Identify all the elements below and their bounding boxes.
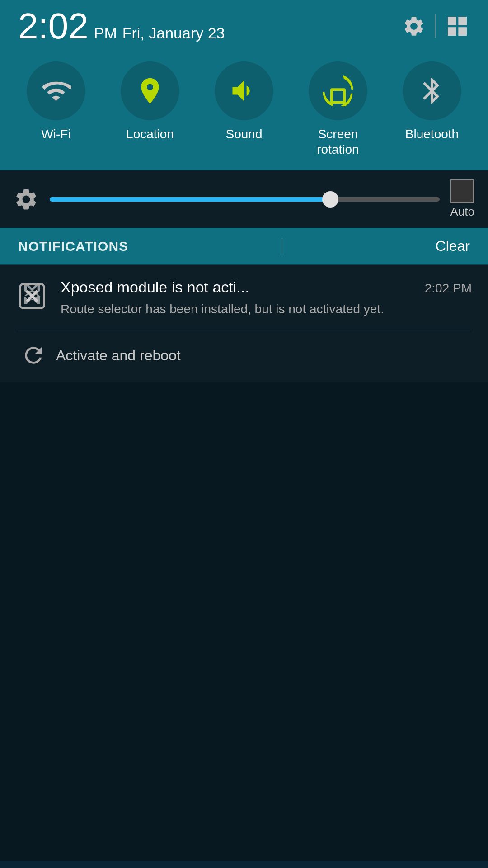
bluetooth-icon	[417, 75, 447, 106]
clear-button[interactable]: Clear	[436, 238, 470, 255]
icon-divider	[435, 14, 436, 38]
qs-location-circle	[121, 61, 179, 120]
status-bar: 2:02 PM Fri, January 23	[0, 0, 488, 51]
notif-action-label: Activate and reboot	[56, 347, 181, 364]
auto-checkbox[interactable]	[450, 179, 474, 203]
qs-sound-label: Sound	[226, 127, 263, 142]
qs-wifi-label: Wi-Fi	[41, 127, 70, 142]
brightness-row: Auto	[0, 170, 488, 228]
brightness-slider[interactable]	[50, 197, 440, 202]
notif-time: 2:02 PM	[425, 281, 472, 296]
bottom-area	[0, 382, 488, 861]
notifications-title: NOTIFICATIONS	[18, 239, 128, 254]
qs-location[interactable]: Location	[112, 61, 188, 142]
quick-settings-panel: Wi-Fi Location Sound Screen rotation	[0, 51, 488, 170]
qs-screen-rotation[interactable]: Screen rotation	[300, 61, 376, 157]
status-icons	[402, 14, 470, 39]
qs-rotation-label: Screen rotation	[317, 127, 359, 157]
ampm: PM	[94, 24, 117, 42]
clock: 2:02	[18, 8, 89, 44]
location-icon	[135, 75, 165, 106]
auto-block: Auto	[450, 179, 475, 219]
notif-separator	[16, 330, 472, 330]
xposed-app-icon	[16, 280, 48, 312]
date: Fri, January 23	[122, 24, 225, 42]
qs-wifi-circle	[27, 61, 85, 120]
notif-body: Route selector has been installed, but i…	[61, 302, 384, 316]
wifi-icon	[41, 75, 71, 106]
notifications-header: NOTIFICATIONS Clear	[0, 228, 488, 265]
time-block: 2:02 PM Fri, January 23	[18, 8, 225, 44]
slider-track	[50, 197, 440, 202]
notif-content: Xposed module is not acti... 2:02 PM Rou…	[61, 278, 472, 319]
auto-label: Auto	[450, 205, 475, 219]
qs-bluetooth[interactable]: Bluetooth	[394, 61, 470, 142]
notif-header-divider	[282, 238, 282, 255]
qs-bluetooth-circle	[403, 61, 461, 120]
grid-icon[interactable]	[445, 14, 470, 39]
qs-wifi[interactable]: Wi-Fi	[18, 61, 94, 142]
screen-rotation-icon	[323, 75, 353, 106]
notif-title-row: Xposed module is not acti... 2:02 PM	[61, 278, 472, 296]
notif-title: Xposed module is not acti...	[61, 278, 249, 296]
notif-action[interactable]: Activate and reboot	[16, 338, 472, 373]
qs-sound-circle	[215, 61, 273, 120]
qs-sound[interactable]: Sound	[206, 61, 282, 142]
notif-top-row: Xposed module is not acti... 2:02 PM Rou…	[16, 278, 472, 319]
slider-thumb	[322, 191, 338, 208]
brightness-icon	[14, 187, 39, 212]
slider-fill	[50, 197, 330, 202]
qs-bluetooth-label: Bluetooth	[405, 127, 459, 142]
qs-location-label: Location	[126, 127, 174, 142]
refresh-icon	[21, 343, 46, 368]
qs-rotation-circle	[309, 61, 367, 120]
settings-icon[interactable]	[402, 14, 426, 38]
notification-card: Xposed module is not acti... 2:02 PM Rou…	[0, 265, 488, 382]
sound-icon	[229, 75, 259, 106]
